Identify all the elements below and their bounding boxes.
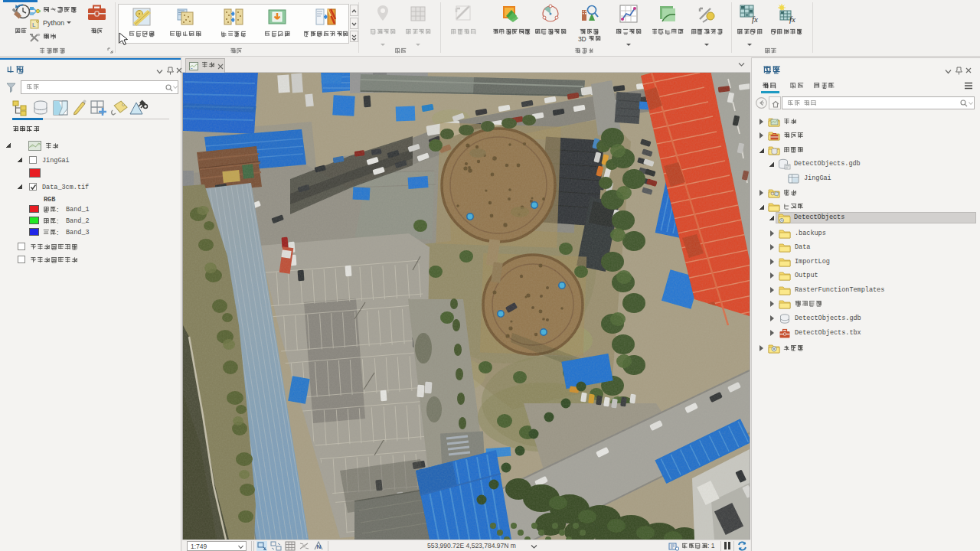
svg-text:fx: fx [752,15,758,24]
svg-text:fx: fx [789,15,795,24]
svg-text:N: N [317,543,322,550]
svg-text:L: L [32,21,36,28]
